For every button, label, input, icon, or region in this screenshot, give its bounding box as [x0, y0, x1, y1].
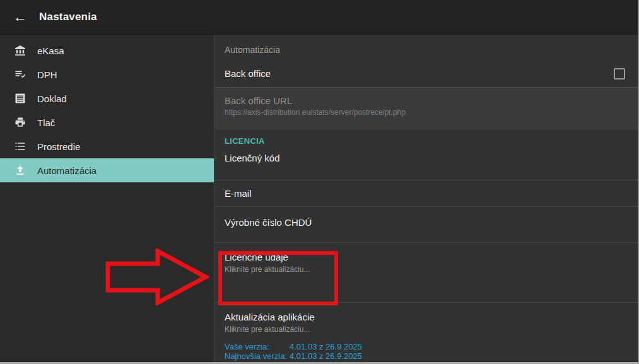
pref-back-office[interactable]: Back office	[214, 60, 638, 88]
pref-title: Licenčný kód	[225, 153, 638, 163]
your-version-value: 4.01.03 z 26.9.2025	[290, 342, 362, 351]
back-office-checkbox[interactable]	[614, 68, 625, 79]
pref-license-code[interactable]: Licenčný kód	[214, 148, 638, 180]
settings-screen: ← Nastavenia eKasa DPH Doklad	[0, 0, 639, 364]
pref-title: Back office	[225, 68, 614, 79]
sidebar-item-doklad[interactable]: Doklad	[0, 86, 214, 110]
pref-back-office-url: Back office URL https://axis-distributio…	[214, 88, 638, 130]
pref-title: Výrobné číslo CHDÚ	[225, 217, 638, 228]
latest-version-row: Najnovšia verzia: 4.01.03 z 26.9.2025	[225, 351, 638, 361]
upload-icon	[14, 164, 26, 177]
preference-pane: Automatizácia Back office Back office UR…	[214, 35, 638, 362]
sidebar-item-label: Doklad	[37, 93, 67, 104]
sidebar-item-label: Automatizácia	[37, 165, 97, 176]
sidebar-item-tlac[interactable]: Tlač	[0, 110, 214, 134]
printer-icon	[14, 116, 26, 129]
list-check-icon	[14, 68, 26, 81]
sidebar-item-dph[interactable]: DPH	[0, 62, 214, 86]
settings-sidebar: eKasa DPH Doklad Tlač	[0, 35, 214, 362]
sidebar-item-label: eKasa	[37, 45, 64, 56]
your-version-label: Vaše verzia:	[225, 342, 290, 351]
pref-title: Aktualizácia aplikácie	[225, 312, 638, 322]
pref-license-data[interactable]: Licenčné údaje Kliknite pre aktualizáciu…	[214, 243, 638, 303]
pref-title: Licenčné údaje	[225, 252, 638, 262]
app-bar: ← Nastavenia	[0, 0, 638, 35]
page-title: Nastavenia	[39, 11, 97, 23]
pref-app-update[interactable]: Aktualizácia aplikácie Kliknite pre aktu…	[214, 303, 638, 361]
sidebar-item-label: Prostredie	[37, 141, 80, 152]
sidebar-item-ekasa[interactable]: eKasa	[0, 38, 214, 62]
pref-subtitle: Kliknite pre aktualizáciu...	[225, 265, 638, 274]
sidebar-item-automatizacia[interactable]: Automatizácia	[0, 158, 214, 182]
pref-serial-number[interactable]: Výrobné číslo CHDÚ	[214, 207, 638, 243]
category-licencia: LICENCIA	[214, 130, 638, 148]
pref-subtitle: Kliknite pre aktualizáciu...	[225, 325, 638, 334]
latest-version-value: 4.01.03 z 26.9.2025	[290, 351, 362, 361]
category-automatizacia: Automatizácia	[214, 35, 638, 60]
sidebar-item-prostredie[interactable]: Prostredie	[0, 134, 214, 158]
your-version-row: Vaše verzia: 4.01.03 z 26.9.2025	[225, 342, 638, 351]
pref-title: E-mail	[225, 188, 638, 199]
back-arrow-icon[interactable]: ←	[13, 9, 28, 25]
bank-icon	[14, 44, 26, 57]
sidebar-item-label: DPH	[37, 69, 57, 80]
list-icon	[14, 140, 26, 153]
sidebar-item-label: Tlač	[37, 117, 55, 128]
pref-title: Back office URL	[225, 95, 638, 106]
latest-version-label: Najnovšia verzia:	[225, 351, 290, 361]
version-info: Vaše verzia: 4.01.03 z 26.9.2025 Najnovš…	[225, 342, 638, 361]
pref-email[interactable]: E-mail	[214, 180, 638, 207]
document-icon	[14, 92, 26, 105]
pref-value: https://axis-distribution.eu/stats/serve…	[225, 108, 638, 117]
